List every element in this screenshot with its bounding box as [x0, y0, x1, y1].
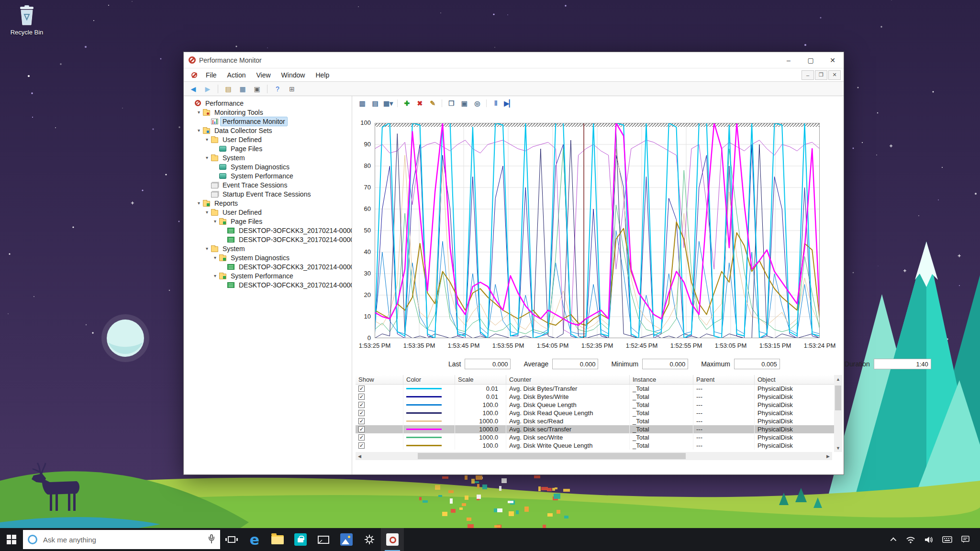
freeze-display-button[interactable]: ‖ — [491, 99, 501, 108]
add-counter-button[interactable]: ✚ — [402, 99, 412, 108]
counter-row[interactable]: ✓1000.0Avg. Disk sec/Transfer_Total---Ph… — [356, 425, 840, 433]
counter-row[interactable]: ✓100.0Avg. Disk Read Queue Length_Total-… — [356, 409, 840, 417]
collapse-icon[interactable]: ▾ — [196, 200, 202, 206]
child-minimize-button[interactable]: – — [802, 70, 814, 80]
tree-item[interactable]: Performance Monitor — [184, 117, 352, 126]
vertical-scroll-thumb[interactable] — [835, 386, 841, 410]
column-header-scale[interactable]: Scale — [455, 375, 506, 384]
menu-file[interactable]: File — [200, 69, 222, 81]
collapse-icon[interactable]: ▾ — [196, 110, 202, 115]
tree-item[interactable]: ▾System — [184, 244, 352, 253]
update-data-button[interactable]: ▶▏ — [504, 99, 514, 108]
tree-item[interactable]: ▾User Defined — [184, 208, 352, 217]
tray-expand-tray-button[interactable] — [884, 528, 901, 551]
counter-row[interactable]: ✓1000.0Avg. Disk sec/Read_Total---Physic… — [356, 417, 840, 425]
edge-taskbar-button[interactable]: e — [243, 528, 266, 551]
start-button[interactable] — [0, 528, 23, 551]
recycle-bin-icon[interactable]: Recycle Bin — [9, 5, 45, 36]
new-window-button[interactable]: ⊞ — [286, 84, 298, 94]
menu-help[interactable]: Help — [310, 69, 334, 81]
collapse-icon[interactable]: ▾ — [204, 155, 210, 160]
show-checkbox[interactable]: ✓ — [358, 418, 365, 424]
maximize-button[interactable]: ▢ — [800, 52, 822, 68]
show-checkbox[interactable]: ✓ — [358, 410, 365, 416]
tree-item[interactable]: ▾System — [184, 153, 352, 162]
counter-row[interactable]: ✓1000.0Avg. Disk sec/Write_Total---Physi… — [356, 433, 840, 441]
tree-item[interactable]: ▾System Diagnostics — [184, 253, 352, 262]
collapse-icon[interactable]: ▾ — [204, 209, 210, 215]
tree-item[interactable]: ▾System Performance — [184, 271, 352, 280]
minimize-button[interactable]: – — [778, 52, 800, 68]
tree-item[interactable]: ▾Data Collector Sets — [184, 126, 352, 135]
counter-row[interactable]: ✓0.01Avg. Disk Bytes/Transfer_Total---Ph… — [356, 385, 840, 393]
action-center-tray-button[interactable] — [957, 528, 973, 551]
file-explorer-taskbar-button[interactable] — [266, 528, 289, 551]
export-list-button[interactable]: ▤ — [223, 84, 234, 94]
tree-item[interactable]: ▾Reports — [184, 198, 352, 208]
mail-taskbar-button[interactable] — [312, 528, 335, 551]
show-checkbox[interactable]: ✓ — [358, 426, 365, 432]
search-box[interactable]: Ask me anything — [23, 530, 220, 549]
tree-item[interactable]: ▾Monitoring Tools — [184, 108, 352, 117]
help-button[interactable]: ? — [272, 84, 283, 94]
store-taskbar-button[interactable] — [289, 528, 312, 551]
tree-item[interactable]: System Diagnostics — [184, 162, 352, 171]
show-checkbox[interactable]: ✓ — [358, 402, 365, 408]
close-button[interactable]: ✕ — [822, 52, 844, 68]
show-checkbox[interactable]: ✓ — [358, 442, 365, 449]
properties-button[interactable]: ▣ — [251, 84, 263, 94]
child-restore-button[interactable]: ❐ — [815, 70, 827, 80]
menu-action[interactable]: Action — [222, 69, 251, 81]
horizontal-scroll-thumb[interactable] — [418, 453, 686, 459]
show-checkbox[interactable]: ✓ — [358, 434, 365, 441]
collapse-icon[interactable]: ▾ — [212, 273, 218, 278]
counter-row[interactable]: ✓100.0Avg. Disk Queue Length_Total---Phy… — [356, 401, 840, 409]
column-header-object[interactable]: Object — [755, 375, 840, 384]
show-checkbox[interactable]: ✓ — [358, 394, 365, 400]
back-button[interactable]: ◀ — [188, 84, 199, 94]
counter-row[interactable]: ✓100.0Avg. Disk Write Queue Length_Total… — [356, 441, 840, 450]
keyboard-tray-button[interactable] — [939, 528, 955, 551]
scroll-right-icon[interactable]: ▶ — [824, 452, 832, 460]
delete-counter-button[interactable]: ✖ — [415, 99, 424, 108]
performance-chart[interactable] — [375, 123, 820, 338]
tree-item[interactable]: Event Trace Sessions — [184, 180, 352, 189]
tree-item[interactable]: DESKTOP-3OFCKK3_20170214-000001 — [184, 262, 352, 271]
microphone-icon[interactable] — [208, 534, 215, 545]
view-log-data-button[interactable]: ▤ — [370, 99, 380, 108]
scroll-down-icon[interactable]: ▼ — [834, 444, 842, 452]
highlight-button[interactable]: ✎ — [428, 99, 437, 108]
column-header-counter[interactable]: Counter — [506, 375, 630, 384]
column-header-parent[interactable]: Parent — [693, 375, 755, 384]
child-close-button[interactable]: ✕ — [828, 70, 841, 80]
collapse-icon[interactable]: ▾ — [212, 255, 218, 260]
tree-item[interactable]: Performance — [184, 99, 352, 108]
collapse-icon[interactable]: ▾ — [204, 246, 210, 251]
column-header-color[interactable]: Color — [403, 375, 455, 384]
collapse-icon[interactable]: ▾ — [204, 137, 210, 142]
copy-properties-button[interactable]: ❐ — [446, 99, 456, 108]
photos-taskbar-button[interactable] — [335, 528, 358, 551]
horizontal-scrollbar[interactable]: ◀ ▶ — [356, 452, 832, 460]
tree-item[interactable]: DESKTOP-3OFCKK3_20170214-000003 — [184, 235, 352, 244]
tree-item[interactable]: ▾Page Files — [184, 217, 352, 226]
cortana-icon[interactable] — [28, 535, 37, 544]
menu-window[interactable]: Window — [276, 69, 311, 81]
column-header-show[interactable]: Show — [356, 375, 403, 384]
forward-button[interactable]: ▶ — [202, 84, 213, 94]
show-checkbox[interactable]: ✓ — [358, 386, 365, 392]
tree-item[interactable]: System Performance — [184, 171, 352, 180]
chart-type-button[interactable]: ▦▾ — [383, 99, 393, 108]
settings-taskbar-button[interactable] — [358, 528, 381, 551]
scroll-up-icon[interactable]: ▲ — [834, 375, 842, 383]
column-header-instance[interactable]: Instance — [630, 375, 693, 384]
view-current-activity-button[interactable]: ▥ — [357, 99, 367, 108]
menu-view[interactable]: View — [251, 69, 276, 81]
counter-row[interactable]: ✓0.01Avg. Disk Bytes/Write_Total---Physi… — [356, 393, 840, 401]
task-view-button[interactable] — [220, 528, 243, 551]
network-tray-button[interactable] — [902, 528, 919, 551]
collapse-icon[interactable]: ▾ — [196, 128, 202, 133]
volume-tray-button[interactable] — [921, 528, 937, 551]
collapse-icon[interactable]: ▾ — [212, 219, 218, 224]
tree-item[interactable]: Startup Event Trace Sessions — [184, 189, 352, 198]
